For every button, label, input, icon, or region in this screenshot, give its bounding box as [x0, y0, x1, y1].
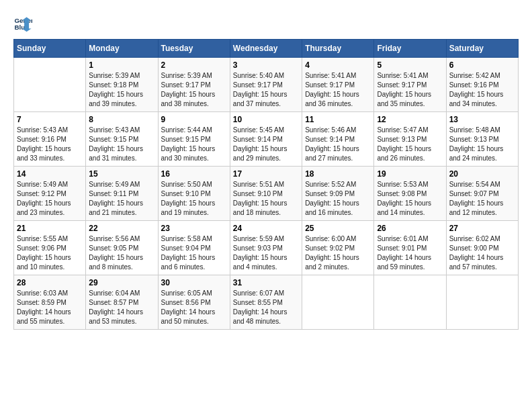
day-info: Sunrise: 5:59 AMSunset: 9:03 PMDaylight:…: [233, 234, 299, 272]
day-info: Sunrise: 5:55 AMSunset: 9:06 PMDaylight:…: [17, 234, 83, 272]
day-info: Sunrise: 5:50 AMSunset: 9:10 PMDaylight:…: [161, 180, 227, 218]
calendar-cell: [374, 275, 446, 330]
weekday-header-cell: Monday: [86, 40, 158, 58]
day-number: 20: [449, 169, 515, 179]
logo-icon: General Blue: [13, 13, 32, 32]
day-number: 7: [17, 115, 83, 124]
weekday-header-cell: Wednesday: [230, 40, 302, 58]
day-info: Sunrise: 6:03 AMSunset: 8:59 PMDaylight:…: [17, 289, 83, 326]
day-info: Sunrise: 5:41 AMSunset: 9:17 PMDaylight:…: [305, 71, 371, 109]
calendar-cell: 24Sunrise: 5:59 AMSunset: 9:03 PMDayligh…: [230, 221, 302, 275]
day-info: Sunrise: 6:02 AMSunset: 9:00 PMDaylight:…: [449, 234, 515, 272]
day-number: 10: [233, 115, 299, 124]
day-number: 3: [233, 60, 299, 70]
day-number: 28: [17, 278, 83, 287]
calendar-cell: 22Sunrise: 5:56 AMSunset: 9:05 PMDayligh…: [86, 221, 158, 275]
calendar-cell: 25Sunrise: 6:00 AMSunset: 9:02 PMDayligh…: [302, 221, 374, 275]
calendar-cell: 8Sunrise: 5:43 AMSunset: 9:15 PMDaylight…: [86, 112, 158, 167]
calendar-cell: 2Sunrise: 5:39 AMSunset: 9:17 PMDaylight…: [158, 58, 230, 112]
day-info: Sunrise: 5:52 AMSunset: 9:09 PMDaylight:…: [305, 180, 371, 218]
day-info: Sunrise: 5:53 AMSunset: 9:08 PMDaylight:…: [377, 180, 443, 218]
day-number: 15: [89, 169, 154, 179]
calendar-body: 1Sunrise: 5:39 AMSunset: 9:18 PMDaylight…: [14, 58, 519, 330]
day-number: 24: [233, 224, 299, 233]
calendar-cell: 11Sunrise: 5:46 AMSunset: 9:14 PMDayligh…: [302, 112, 374, 167]
calendar-cell: [14, 58, 86, 112]
calendar-cell: 21Sunrise: 5:55 AMSunset: 9:06 PMDayligh…: [14, 221, 86, 275]
calendar-cell: 13Sunrise: 5:48 AMSunset: 9:13 PMDayligh…: [446, 112, 518, 167]
day-info: Sunrise: 5:39 AMSunset: 9:17 PMDaylight:…: [161, 71, 227, 109]
day-number: 21: [17, 224, 83, 233]
calendar-week-row: 14Sunrise: 5:49 AMSunset: 9:12 PMDayligh…: [14, 167, 519, 221]
calendar-cell: 31Sunrise: 6:07 AMSunset: 8:55 PMDayligh…: [230, 275, 302, 330]
day-number: 23: [161, 224, 227, 233]
day-info: Sunrise: 5:58 AMSunset: 9:04 PMDaylight:…: [161, 234, 227, 272]
day-number: 29: [89, 278, 154, 287]
calendar-cell: 19Sunrise: 5:53 AMSunset: 9:08 PMDayligh…: [374, 167, 446, 221]
calendar-cell: 17Sunrise: 5:51 AMSunset: 9:10 PMDayligh…: [230, 167, 302, 221]
calendar-week-row: 1Sunrise: 5:39 AMSunset: 9:18 PMDaylight…: [14, 58, 519, 112]
day-info: Sunrise: 5:41 AMSunset: 9:17 PMDaylight:…: [377, 71, 443, 109]
weekday-header-cell: Tuesday: [158, 40, 230, 58]
calendar-cell: 23Sunrise: 5:58 AMSunset: 9:04 PMDayligh…: [158, 221, 230, 275]
day-number: 18: [305, 169, 371, 179]
day-info: Sunrise: 5:47 AMSunset: 9:13 PMDaylight:…: [377, 126, 443, 163]
calendar-cell: [446, 275, 518, 330]
calendar-week-row: 28Sunrise: 6:03 AMSunset: 8:59 PMDayligh…: [14, 275, 519, 330]
day-number: 9: [161, 115, 227, 124]
day-number: 27: [449, 224, 515, 233]
calendar-cell: 6Sunrise: 5:42 AMSunset: 9:16 PMDaylight…: [446, 58, 518, 112]
day-info: Sunrise: 5:45 AMSunset: 9:14 PMDaylight:…: [233, 126, 299, 163]
day-number: 8: [89, 115, 154, 124]
calendar-cell: 28Sunrise: 6:03 AMSunset: 8:59 PMDayligh…: [14, 275, 86, 330]
day-info: Sunrise: 5:49 AMSunset: 9:12 PMDaylight:…: [17, 180, 83, 218]
day-number: 5: [377, 60, 443, 70]
weekday-header-cell: Sunday: [14, 40, 86, 58]
calendar-cell: 3Sunrise: 5:40 AMSunset: 9:17 PMDaylight…: [230, 58, 302, 112]
calendar-cell: 5Sunrise: 5:41 AMSunset: 9:17 PMDaylight…: [374, 58, 446, 112]
day-info: Sunrise: 5:44 AMSunset: 9:15 PMDaylight:…: [161, 126, 227, 163]
calendar-cell: 4Sunrise: 5:41 AMSunset: 9:17 PMDaylight…: [302, 58, 374, 112]
day-number: 30: [161, 278, 227, 287]
day-info: Sunrise: 6:04 AMSunset: 8:57 PMDaylight:…: [89, 289, 154, 326]
day-info: Sunrise: 5:43 AMSunset: 9:15 PMDaylight:…: [89, 126, 154, 163]
calendar-cell: 14Sunrise: 5:49 AMSunset: 9:12 PMDayligh…: [14, 167, 86, 221]
calendar-cell: 27Sunrise: 6:02 AMSunset: 9:00 PMDayligh…: [446, 221, 518, 275]
day-number: 17: [233, 169, 299, 179]
day-info: Sunrise: 5:48 AMSunset: 9:13 PMDaylight:…: [449, 126, 515, 163]
day-info: Sunrise: 5:40 AMSunset: 9:17 PMDaylight:…: [233, 71, 299, 109]
weekday-header-cell: Friday: [374, 40, 446, 58]
calendar-cell: 18Sunrise: 5:52 AMSunset: 9:09 PMDayligh…: [302, 167, 374, 221]
day-number: 11: [305, 115, 371, 124]
calendar-cell: 26Sunrise: 6:01 AMSunset: 9:01 PMDayligh…: [374, 221, 446, 275]
day-number: 19: [377, 169, 443, 179]
calendar-cell: 20Sunrise: 5:54 AMSunset: 9:07 PMDayligh…: [446, 167, 518, 221]
logo: General Blue: [13, 13, 35, 32]
calendar-cell: [302, 275, 374, 330]
day-number: 22: [89, 224, 154, 233]
day-info: Sunrise: 6:00 AMSunset: 9:02 PMDaylight:…: [305, 234, 371, 272]
calendar-week-row: 7Sunrise: 5:43 AMSunset: 9:16 PMDaylight…: [14, 112, 519, 167]
day-number: 4: [305, 60, 371, 70]
day-info: Sunrise: 5:54 AMSunset: 9:07 PMDaylight:…: [449, 180, 515, 218]
day-info: Sunrise: 5:42 AMSunset: 9:16 PMDaylight:…: [449, 71, 515, 109]
day-info: Sunrise: 5:39 AMSunset: 9:18 PMDaylight:…: [89, 71, 154, 109]
day-info: Sunrise: 5:49 AMSunset: 9:11 PMDaylight:…: [89, 180, 154, 218]
weekday-header-row: SundayMondayTuesdayWednesdayThursdayFrid…: [14, 40, 519, 58]
calendar-cell: 9Sunrise: 5:44 AMSunset: 9:15 PMDaylight…: [158, 112, 230, 167]
day-info: Sunrise: 6:07 AMSunset: 8:55 PMDaylight:…: [233, 289, 299, 326]
calendar-cell: 15Sunrise: 5:49 AMSunset: 9:11 PMDayligh…: [86, 167, 158, 221]
day-info: Sunrise: 6:01 AMSunset: 9:01 PMDaylight:…: [377, 234, 443, 272]
weekday-header-cell: Thursday: [302, 40, 374, 58]
weekday-header-cell: Saturday: [446, 40, 518, 58]
day-number: 31: [233, 278, 299, 287]
day-number: 25: [305, 224, 371, 233]
day-number: 14: [17, 169, 83, 179]
day-info: Sunrise: 5:46 AMSunset: 9:14 PMDaylight:…: [305, 126, 371, 163]
day-number: 12: [377, 115, 443, 124]
calendar-cell: 7Sunrise: 5:43 AMSunset: 9:16 PMDaylight…: [14, 112, 86, 167]
calendar-cell: 10Sunrise: 5:45 AMSunset: 9:14 PMDayligh…: [230, 112, 302, 167]
calendar-cell: 16Sunrise: 5:50 AMSunset: 9:10 PMDayligh…: [158, 167, 230, 221]
calendar-cell: 12Sunrise: 5:47 AMSunset: 9:13 PMDayligh…: [374, 112, 446, 167]
calendar-table: SundayMondayTuesdayWednesdayThursdayFrid…: [13, 39, 519, 330]
